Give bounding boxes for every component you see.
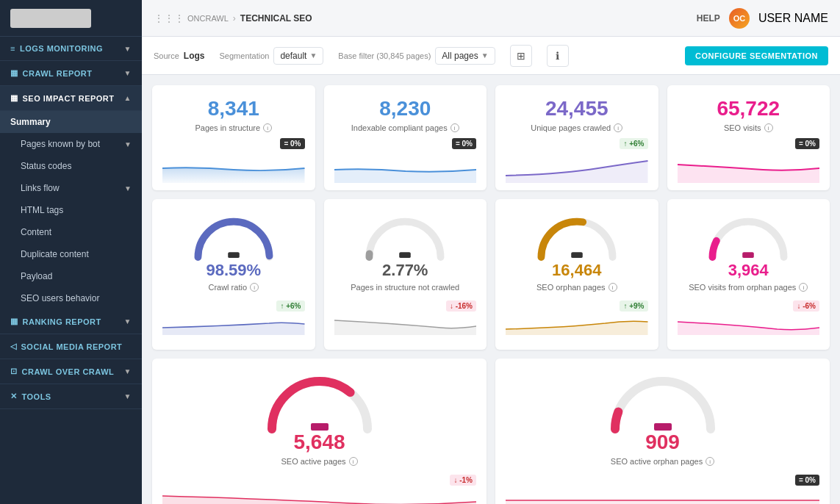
- info-icon[interactable]: i: [799, 283, 808, 292]
- sidebar-section-left: ⊡ CRAWL OVER CRAWL: [10, 367, 114, 376]
- unique-crawled-label: Unique pages crawled i: [506, 123, 648, 132]
- info-icon[interactable]: i: [614, 123, 622, 132]
- seo-active-gauge: [261, 370, 378, 436]
- chevron-down-icon: ▼: [124, 317, 132, 325]
- chevron-down-icon: ▼: [124, 140, 132, 148]
- social-icon: ◁: [10, 342, 17, 351]
- user-name: USER NAME: [758, 12, 828, 25]
- segmentation-label: Segmentation: [220, 51, 270, 60]
- card-crawl-ratio: 98.59% Crawl ratio i ↑ +6%: [152, 199, 315, 350]
- indexable-label: Indexable compliant pages i: [334, 123, 477, 132]
- sidebar-item-content[interactable]: Content: [0, 221, 142, 243]
- trend-badge: ↓ -6%: [793, 300, 819, 312]
- metrics-row-3: 5,648 SEO active pages i ↓ -1%: [152, 359, 830, 504]
- sidebar-nav: ≡ LOGS MONITORING ▼ ▦ CRAWL REPORT ▼ ▦ S…: [0, 37, 142, 504]
- info-icon[interactable]: i: [706, 457, 714, 466]
- dashboard: 8,341 Pages in structure i = 0%: [142, 75, 840, 504]
- seo-active-orphan-label: SEO active orphan pages i: [611, 457, 714, 466]
- card-pages-in-structure: 8,341 Pages in structure i = 0%: [152, 85, 315, 190]
- svg-rect-0: [228, 252, 240, 258]
- logo-image: [10, 9, 91, 28]
- seo-impact-label: SEO IMPACT REPORT: [23, 94, 115, 103]
- logo: [0, 0, 142, 37]
- card-seo-active-pages: 5,648 SEO active pages i ↓ -1%: [152, 359, 487, 504]
- sidebar-item-summary[interactable]: Summary: [0, 111, 142, 133]
- avatar: OC: [729, 8, 750, 29]
- info-icon[interactable]: i: [450, 123, 459, 132]
- social-media-label: SOCIAL MEDIA REPORT: [21, 342, 123, 351]
- sidebar-item-social-media[interactable]: ◁ SOCIAL MEDIA REPORT: [0, 334, 142, 359]
- seo-orphan-label: SEO orphan pages i: [536, 283, 617, 292]
- sidebar-item-crawl-report[interactable]: ▦ CRAWL REPORT ▼: [0, 61, 142, 86]
- card-seo-active-orphan: 909 SEO active orphan pages i = 0%: [495, 359, 830, 504]
- info-icon[interactable]: i: [349, 457, 358, 466]
- topbar: ⋮⋮⋮ ONCRAWL › TECHNICAL SEO HELP OC USER…: [142, 0, 840, 37]
- info-icon[interactable]: i: [609, 283, 617, 292]
- base-filter-select[interactable]: All pages ▼: [435, 47, 495, 65]
- sparkline-indexable: [334, 154, 477, 183]
- links-flow-label: Links flow: [21, 183, 60, 193]
- sidebar-item-duplicate-content[interactable]: Duplicate content: [0, 243, 142, 265]
- export-button[interactable]: ⊞: [510, 45, 532, 67]
- sidebar-item-pages-known[interactable]: Pages known by bot ▼: [0, 133, 142, 155]
- source-label: Source: [154, 51, 179, 60]
- logs-monitoring-label: LOGS MONITORING: [20, 44, 103, 53]
- card-unique-crawled: 24,455 Unique pages crawled i ↑ +6%: [495, 85, 658, 190]
- breadcrumb: ⋮⋮⋮ ONCRAWL › TECHNICAL SEO: [154, 12, 312, 24]
- base-filter: Base filter (30,845 pages) All pages ▼: [338, 47, 495, 65]
- sparkline-unique-crawled: [506, 154, 648, 183]
- segmentation-select[interactable]: default ▼: [273, 47, 323, 65]
- sidebar-item-seo-impact-report[interactable]: ▦ SEO IMPACT REPORT ▲: [0, 86, 142, 111]
- sidebar-item-html-tags[interactable]: HTML tags: [0, 199, 142, 221]
- info-icon[interactable]: i: [250, 283, 259, 292]
- seo-active-pages-label: SEO active pages i: [281, 457, 357, 466]
- trend-badge: ↓ -16%: [446, 300, 476, 312]
- tools-icon: ✕: [10, 392, 18, 401]
- info-icon[interactable]: i: [263, 123, 272, 132]
- sidebar-item-seo-users-behavior[interactable]: SEO users behavior: [0, 287, 142, 309]
- not-crawled-trend: ↓ -16%: [334, 300, 477, 312]
- help-button[interactable]: HELP: [697, 13, 720, 24]
- sparkline-seo-visits: [678, 154, 820, 183]
- sidebar-item-status-codes[interactable]: Status codes: [0, 155, 142, 177]
- trend-badge: ↑ +6%: [620, 138, 647, 149]
- chevron-down-icon: ▼: [124, 69, 132, 77]
- trend-badge: ↓ -1%: [450, 475, 476, 486]
- info-button[interactable]: ℹ: [547, 45, 569, 67]
- seo-active-pages-trend: ↓ -1%: [162, 475, 476, 486]
- info-icon[interactable]: i: [764, 123, 773, 132]
- trend-badge: ↑ +9%: [620, 300, 647, 312]
- sparkline-seo-active-orphan: [506, 487, 819, 504]
- configure-segmentation-button[interactable]: CONFIGURE SEGMENTATION: [685, 46, 828, 65]
- sparkline-crawl-ratio: [162, 313, 305, 342]
- seo-visits-label: SEO visits i: [678, 123, 820, 132]
- sidebar-item-tools[interactable]: ✕ TOOLS ▼: [0, 384, 142, 409]
- svg-rect-1: [399, 252, 411, 258]
- indexable-trend: = 0%: [334, 138, 477, 149]
- trend-badge: = 0%: [452, 138, 476, 149]
- seo-orphan-trend: ↑ +9%: [506, 300, 648, 312]
- breadcrumb-root-label: ONCRAWL: [187, 14, 229, 23]
- crawl-ratio-label: Crawl ratio i: [208, 283, 259, 292]
- metrics-row-1: 8,341 Pages in structure i = 0%: [152, 85, 830, 190]
- seo-active-pages-value: 5,648: [293, 431, 345, 454]
- sidebar: ≡ LOGS MONITORING ▼ ▦ CRAWL REPORT ▼ ▦ S…: [0, 0, 142, 504]
- crawl-icon: ▦: [10, 68, 18, 78]
- crawl-over-icon: ⊡: [10, 367, 18, 376]
- pages-in-structure-trend: = 0%: [162, 138, 305, 149]
- sidebar-item-logs-monitoring[interactable]: ≡ LOGS MONITORING ▼: [0, 37, 142, 61]
- sidebar-item-payload[interactable]: Payload: [0, 265, 142, 287]
- chevron-down-icon: ▼: [124, 184, 132, 192]
- info-icon: ℹ: [556, 50, 559, 62]
- chevron-up-icon: ▲: [124, 94, 132, 102]
- source-value: Logs: [184, 51, 205, 61]
- unique-crawled-trend: ↑ +6%: [506, 138, 648, 149]
- card-seo-visits: 65,722 SEO visits i = 0%: [667, 85, 830, 190]
- sidebar-item-links-flow[interactable]: Links flow ▼: [0, 177, 142, 199]
- sidebar-item-ranking-report[interactable]: ▦ RANKING REPORT ▼: [0, 309, 142, 334]
- crawl-ratio-gauge: [190, 211, 278, 261]
- sidebar-item-crawl-over-crawl[interactable]: ⊡ CRAWL OVER CRAWL ▼: [0, 359, 142, 384]
- seo-visits-value: 65,722: [678, 97, 820, 120]
- duplicate-content-label: Duplicate content: [21, 249, 89, 259]
- card-indexable-compliant: 8,230 Indexable compliant pages i = 0%: [324, 85, 487, 190]
